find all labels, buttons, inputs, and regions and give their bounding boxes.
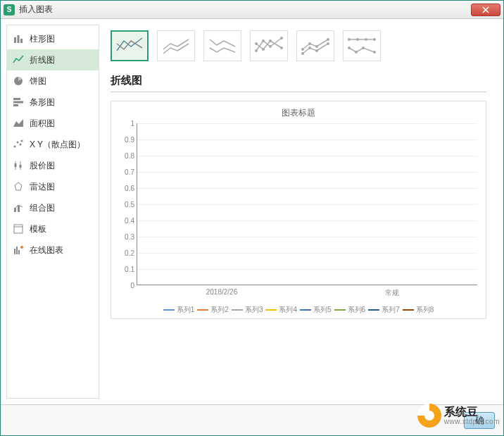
sidebar-item-column[interactable]: 柱形图 (7, 28, 99, 49)
scatter-icon (13, 139, 24, 150)
gridline (137, 253, 477, 254)
close-button[interactable] (471, 4, 500, 16)
gridline (137, 139, 477, 140)
content-area: 柱形图 折线图 饼图 条形图 面积图 (1, 19, 503, 404)
legend-swatch (368, 309, 379, 311)
svg-point-34 (315, 45, 318, 48)
svg-point-47 (373, 51, 376, 54)
svg-point-28 (255, 42, 258, 45)
legend-item: 系列1 (163, 305, 195, 315)
svg-marker-15 (15, 182, 22, 190)
chart-preview[interactable]: 图表标题 00.10.20.30.40.50.60.70.80.91 2018/… (111, 101, 486, 319)
svg-rect-2 (20, 39, 23, 43)
y-tick-label: 0.6 (119, 185, 134, 192)
sidebar-item-scatter[interactable]: X Y（散点图） (7, 134, 99, 155)
chart-type-sidebar: 柱形图 折线图 饼图 条形图 面积图 (6, 25, 99, 399)
sidebar-item-label: 饼图 (30, 75, 46, 87)
subtype-percent-markers[interactable] (343, 30, 381, 61)
plot-area: 00.10.20.30.40.50.60.70.80.91 (137, 123, 477, 285)
dialog-body: 柱形图 折线图 饼图 条形图 面积图 (1, 19, 503, 435)
svg-rect-22 (18, 250, 20, 254)
svg-point-27 (280, 37, 283, 39)
svg-point-25 (262, 39, 265, 42)
ok-button[interactable]: 确 (464, 412, 495, 429)
svg-point-33 (308, 42, 311, 45)
svg-rect-17 (18, 206, 20, 212)
button-bar: 确 (1, 404, 503, 435)
y-tick-label: 0.9 (119, 136, 134, 144)
template-icon (13, 223, 24, 235)
line-marker-thumb-icon (300, 34, 331, 58)
legend-item: 系列4 (265, 305, 297, 315)
gridline (137, 156, 477, 156)
gridline (137, 188, 477, 189)
gridline (137, 204, 477, 205)
sidebar-item-label: 组合图 (30, 202, 55, 214)
legend-swatch (300, 309, 311, 311)
chart-legend: 系列1系列2系列3系列4系列5系列6系列7系列8 (120, 305, 477, 315)
svg-point-7 (14, 146, 16, 148)
subtype-stacked-markers[interactable] (296, 30, 334, 61)
sidebar-item-line[interactable]: 折线图 (7, 49, 99, 70)
sidebar-item-label: 面积图 (30, 118, 55, 130)
sidebar-item-template[interactable]: 模板 (7, 218, 99, 239)
svg-rect-1 (18, 35, 20, 43)
svg-point-31 (280, 46, 283, 49)
svg-rect-6 (13, 104, 18, 106)
sidebar-item-label: 股价图 (30, 160, 55, 172)
subtype-percent-line[interactable] (203, 30, 241, 61)
sidebar-item-combo[interactable]: 组合图 (7, 197, 99, 218)
legend-label: 系列3 (245, 305, 263, 315)
legend-swatch (197, 309, 208, 311)
y-tick-label: 1 (119, 120, 134, 127)
sidebar-item-area[interactable]: 面积图 (7, 113, 99, 134)
svg-point-30 (269, 39, 272, 42)
svg-rect-0 (14, 37, 16, 43)
svg-point-43 (373, 38, 376, 41)
hbar-icon (13, 96, 24, 108)
svg-rect-12 (15, 163, 17, 167)
svg-point-39 (327, 42, 329, 45)
chart-title: 图表标题 (120, 107, 477, 119)
legend-item: 系列5 (300, 305, 332, 315)
area-icon (13, 118, 24, 129)
main-panel: 折线图 图表标题 00.10.20.30.40.50.60.70.80.91 2… (99, 25, 498, 399)
subtype-basic-line[interactable] (111, 30, 149, 61)
svg-rect-5 (13, 101, 23, 104)
sidebar-item-label: X Y（散点图） (30, 139, 85, 151)
legend-swatch (265, 309, 277, 311)
subtype-stacked-line[interactable] (157, 30, 195, 61)
legend-swatch (232, 309, 243, 311)
line-marker-thumb-icon (253, 34, 284, 58)
sidebar-item-label: 雷达图 (30, 181, 55, 193)
subtype-row (111, 30, 486, 61)
legend-swatch (403, 309, 414, 311)
svg-rect-18 (14, 225, 23, 233)
online-icon (13, 244, 24, 256)
gridline (137, 220, 477, 221)
line-thumb-icon (160, 34, 191, 58)
subtype-line-markers[interactable] (250, 30, 288, 61)
svg-point-45 (355, 51, 358, 54)
sidebar-item-label: 折线图 (30, 54, 55, 66)
bar-icon (13, 33, 24, 44)
y-tick-label: 0.2 (119, 249, 134, 257)
sidebar-item-bar[interactable]: 条形图 (7, 92, 99, 113)
section-title: 折线图 (111, 74, 486, 92)
gridline (137, 269, 477, 270)
svg-point-24 (255, 49, 258, 52)
y-tick-label: 0.7 (119, 168, 134, 176)
y-tick-label: 0.8 (119, 152, 134, 160)
sidebar-item-online[interactable]: 在线图表 (7, 239, 99, 261)
gridline (137, 123, 477, 124)
line-marker-thumb-icon (346, 34, 377, 58)
sidebar-item-radar[interactable]: 雷达图 (7, 176, 99, 197)
svg-point-26 (269, 45, 272, 48)
svg-point-35 (327, 38, 329, 41)
legend-item: 系列7 (368, 305, 400, 315)
y-tick-label: 0.4 (119, 217, 134, 225)
sidebar-item-pie[interactable]: 饼图 (7, 70, 99, 92)
legend-item: 系列3 (232, 305, 263, 315)
sidebar-item-stock[interactable]: 股价图 (7, 155, 99, 176)
svg-point-8 (17, 142, 19, 144)
